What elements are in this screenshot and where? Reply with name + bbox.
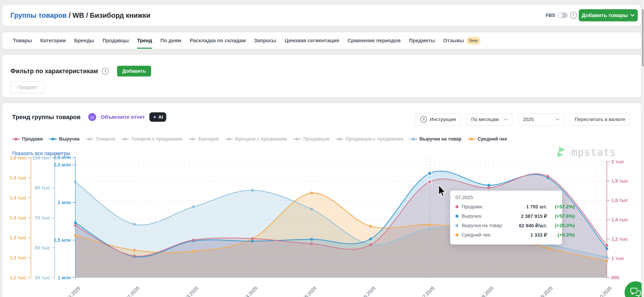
breadcrumb-current: / WB / Бизиборд книжки — [67, 12, 150, 19]
tab-Продавцы[interactable]: Продавцы — [102, 32, 129, 49]
tab-Тренд[interactable]: Тренд — [137, 32, 152, 49]
tab-Раскладка по складам[interactable]: Раскладка по складам — [190, 32, 246, 49]
svg-text:08.2025: 08.2025 — [479, 285, 495, 297]
svg-text:01.2025: 01.2025 — [66, 285, 81, 297]
svg-text:110 тыс: 110 тыс — [32, 155, 50, 160]
svg-text:1,2 тыс: 1,2 тыс — [611, 236, 628, 242]
breadcrumb: Группы товаров / WB / Бизиборд книжки — [10, 12, 150, 19]
toggle-knob — [558, 13, 562, 18]
fbs-help-icon[interactable]: ? — [570, 12, 577, 19]
svg-text:07.2025: 07.2025 — [420, 285, 436, 297]
tooltip-series-label: Выручка на товар: — [462, 221, 519, 230]
svg-text:06.2025: 06.2025 — [361, 285, 376, 297]
svg-text:1,3 тыс: 1,3 тыс — [10, 255, 26, 260]
tooltip-series-label: Продажи: — [462, 202, 519, 211]
tooltip-rows: Продажи:1 792 шт.(+57.2%)Выручка:2 387 9… — [456, 202, 557, 240]
tooltip-series-label: Средний чек: — [462, 230, 519, 240]
tab-Бренды[interactable]: Бренды — [74, 32, 94, 49]
tab-Ценовая сегментация[interactable]: Ценовая сегментация — [285, 32, 339, 49]
svg-text:90 тыс: 90 тыс — [35, 185, 50, 190]
svg-text:1,4 тыс: 1,4 тыс — [10, 175, 26, 180]
tooltip-series-change: (+20.3%) — [547, 221, 575, 230]
tab-Товары[interactable]: Товары — [13, 32, 32, 49]
tab-По дням[interactable]: По дням — [160, 32, 182, 49]
fbs-control: FBS ? — [546, 12, 577, 19]
tab-Сравнение периодов[interactable]: Сравнение периодов — [348, 32, 401, 49]
tooltip-series-value: 62 840 ₽/шт. — [519, 221, 547, 230]
filter-title: Фильтр по характеристикам — [10, 68, 98, 75]
filter-header: Фильтр по характеристикам ? Добавить — [10, 66, 151, 77]
tooltip-series-change: (+0.3%) — [547, 230, 575, 240]
chevron-down-icon — [630, 14, 634, 17]
tabs-card: ТоварыКатегорииБрендыПродавцыТрендПо дня… — [2, 32, 641, 49]
svg-text:2,5 млн: 2,5 млн — [54, 162, 71, 167]
scrollbar-thumb[interactable] — [642, 9, 644, 66]
svg-text:02.2025: 02.2025 — [125, 285, 140, 297]
svg-text:2 млн: 2 млн — [58, 200, 71, 205]
filter-chip-subject[interactable]: Предмет — [10, 81, 44, 93]
svg-text:50 тыс: 50 тыс — [35, 245, 50, 250]
fbs-toggle[interactable] — [558, 13, 568, 18]
svg-text:10.2025: 10.2025 — [597, 285, 613, 297]
tab-Категории[interactable]: Категории — [40, 32, 66, 49]
svg-text:1,4 тыс: 1,4 тыс — [10, 215, 26, 220]
mouse-cursor-icon — [438, 185, 449, 197]
scrollbar[interactable] — [642, 0, 644, 297]
fbs-label: FBS — [546, 13, 555, 18]
tooltip-series-change: (+57.6%) — [547, 211, 575, 221]
svg-text:1,5 млн: 1,5 млн — [54, 237, 71, 243]
tooltip-title: 07.2025 — [456, 195, 557, 200]
tooltip-series-label: Выручка: — [462, 211, 519, 221]
tooltip-series-change: (+57.2%) — [547, 202, 575, 211]
svg-text:1,3 тыс: 1,3 тыс — [10, 235, 26, 240]
svg-text:1,2 тыс: 1,2 тыс — [10, 275, 26, 280]
add-products-label: Добавить товары — [582, 12, 628, 18]
tab-Запросы[interactable]: Запросы — [254, 32, 276, 49]
svg-text:09.2025: 09.2025 — [538, 285, 554, 297]
filter-card: Фильтр по характеристикам ? Добавить Пре… — [2, 55, 641, 97]
page: Группы товаров / WB / Бизиборд книжки FB… — [0, 0, 644, 297]
trend-card: Тренд группы товаров Объясните отчет ✦ A… — [2, 103, 641, 297]
tooltip-series-value: 1 792 шт. — [519, 202, 547, 211]
svg-text:05.2025: 05.2025 — [302, 285, 318, 297]
svg-text:800: 800 — [611, 275, 619, 280]
tabs-list: ТоварыКатегорииБрендыПродавцыТрендПо дня… — [2, 32, 641, 49]
svg-text:1,4 тыс: 1,4 тыс — [611, 217, 628, 222]
tooltip-series-dot — [456, 230, 462, 240]
svg-text:70 тыс: 70 тыс — [35, 215, 50, 220]
svg-text:1,6 тыс: 1,6 тыс — [611, 198, 628, 203]
svg-text:1 тыс: 1 тыс — [611, 256, 624, 261]
new-badge: New — [466, 37, 480, 45]
filter-add-button[interactable]: Добавить — [117, 66, 151, 77]
tab-Отзывы[interactable]: ОтзывыNew — [443, 32, 480, 49]
filter-help-icon[interactable]: ? — [102, 68, 109, 75]
svg-text:1,4 тыс: 1,4 тыс — [10, 195, 26, 200]
chat-icon — [630, 287, 641, 297]
svg-text:04.2025: 04.2025 — [243, 285, 258, 297]
add-products-button[interactable]: Добавить товары — [579, 9, 638, 21]
tooltip-series-value: 1 333 ₽ — [519, 230, 547, 240]
breadcrumb-link-product-groups[interactable]: Группы товаров — [10, 12, 67, 19]
svg-text:30 тыс: 30 тыс — [35, 275, 50, 280]
active-tab-underline — [137, 48, 152, 49]
tooltip-series-dot — [456, 202, 462, 211]
svg-text:1,8 тыс: 1,8 тыс — [611, 178, 628, 184]
svg-text:03.2025: 03.2025 — [184, 285, 200, 297]
svg-text:2 тыс: 2 тыс — [611, 159, 624, 164]
header-card: Группы товаров / WB / Бизиборд книжки FB… — [2, 5, 641, 26]
tooltip-series-value: 2 387 915 ₽ — [519, 211, 547, 221]
chart-tooltip: 07.2025 Продажи:1 792 шт.(+57.2%)Выручка… — [450, 191, 562, 244]
tooltip-series-dot — [456, 221, 462, 230]
svg-text:1,5 тыс: 1,5 тыс — [10, 155, 26, 160]
svg-text:2,6 млн: 2,6 млн — [54, 155, 71, 160]
svg-text:1 млн: 1 млн — [58, 275, 71, 280]
tab-Предметы[interactable]: Предметы — [409, 32, 435, 49]
tooltip-series-dot — [456, 211, 462, 221]
